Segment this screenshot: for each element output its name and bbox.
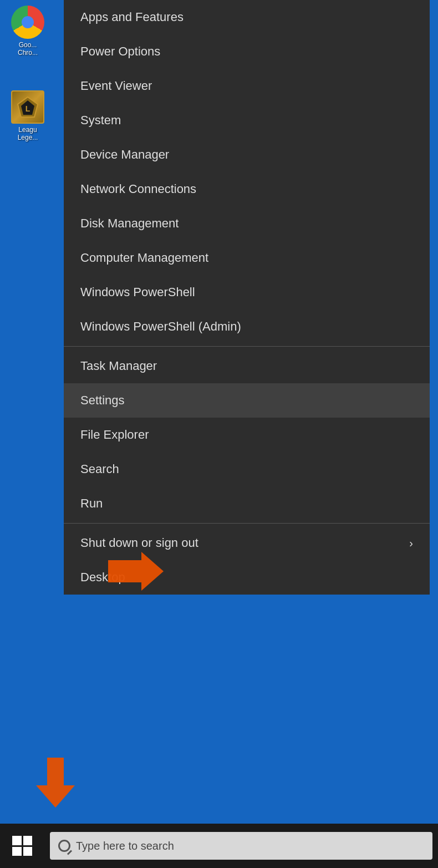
menu-item-label-shut-down: Shut down or sign out — [80, 536, 198, 550]
league-icon-item[interactable]: L LeaguLege... — [3, 90, 53, 142]
menu-item-label-windows-powershell: Windows PowerShell — [80, 285, 195, 300]
menu-item-search[interactable]: Search — [64, 452, 430, 486]
chrome-app-icon — [11, 6, 44, 39]
start-icon-quad-2 — [23, 836, 33, 845]
menu-item-label-task-manager: Task Manager — [80, 359, 157, 373]
search-placeholder: Type here to search — [76, 840, 174, 852]
chrome-icon-item[interactable]: Goo...Chro... — [3, 6, 53, 57]
menu-item-label-apps-features: Apps and Features — [80, 10, 184, 24]
menu-item-device-manager[interactable]: Device Manager — [64, 138, 430, 172]
menu-divider-after-windows-powershell-admin — [64, 346, 430, 347]
menu-item-label-network-connections: Network Connections — [80, 182, 196, 196]
menu-item-label-settings: Settings — [80, 393, 125, 408]
start-button[interactable] — [0, 824, 44, 868]
menu-item-network-connections[interactable]: Network Connections — [64, 172, 430, 206]
menu-item-system[interactable]: System — [64, 103, 430, 138]
menu-item-label-file-explorer: File Explorer — [80, 428, 149, 442]
menu-item-label-disk-management: Disk Management — [80, 216, 179, 231]
menu-item-label-search: Search — [80, 462, 119, 476]
menu-item-label-event-viewer: Event Viewer — [80, 79, 152, 93]
menu-item-task-manager[interactable]: Task Manager — [64, 349, 430, 383]
menu-item-file-explorer[interactable]: File Explorer — [64, 418, 430, 452]
menu-item-desktop[interactable]: Desktop — [64, 560, 430, 595]
menu-item-settings[interactable]: Settings — [64, 383, 430, 418]
start-icon-quad-1 — [12, 836, 22, 845]
start-icon — [12, 836, 32, 856]
menu-item-label-desktop: Desktop — [80, 570, 125, 585]
menu-item-computer-management[interactable]: Computer Management — [64, 241, 430, 275]
menu-item-label-system: System — [80, 113, 121, 128]
menu-item-windows-powershell[interactable]: Windows PowerShell — [64, 275, 430, 309]
menu-item-label-computer-management: Computer Management — [80, 251, 208, 265]
menu-divider-after-run — [64, 523, 430, 524]
search-icon — [58, 840, 70, 852]
menu-item-windows-powershell-admin[interactable]: Windows PowerShell (Admin) — [64, 309, 430, 344]
start-icon-quad-3 — [12, 847, 22, 856]
menu-item-label-device-manager: Device Manager — [80, 148, 169, 162]
menu-item-label-run: Run — [80, 496, 103, 511]
taskbar-search-bar[interactable]: Type here to search — [50, 832, 432, 860]
menu-item-run[interactable]: Run — [64, 486, 430, 521]
menu-item-disk-management[interactable]: Disk Management — [64, 206, 430, 241]
menu-item-apps-features[interactable]: Apps and Features — [64, 0, 430, 34]
menu-item-label-windows-powershell-admin: Windows PowerShell (Admin) — [80, 319, 241, 334]
league-icon-label: LeaguLege... — [18, 126, 38, 142]
context-menu: Apps and FeaturesPower OptionsEvent View… — [64, 0, 430, 595]
taskbar: Type here to search — [0, 824, 438, 868]
league-app-icon: L — [11, 90, 44, 124]
chrome-icon-label: Goo...Chro... — [18, 41, 38, 57]
menu-item-shut-down[interactable]: Shut down or sign out› — [64, 526, 430, 560]
menu-item-arrow-shut-down: › — [409, 537, 413, 550]
svg-text:L: L — [26, 104, 30, 113]
start-icon-quad-4 — [23, 847, 33, 856]
menu-item-power-options[interactable]: Power Options — [64, 34, 430, 69]
desktop-icons: Goo...Chro... L LeaguLege... — [0, 0, 61, 159]
menu-item-label-power-options: Power Options — [80, 44, 160, 59]
menu-item-event-viewer[interactable]: Event Viewer — [64, 69, 430, 103]
